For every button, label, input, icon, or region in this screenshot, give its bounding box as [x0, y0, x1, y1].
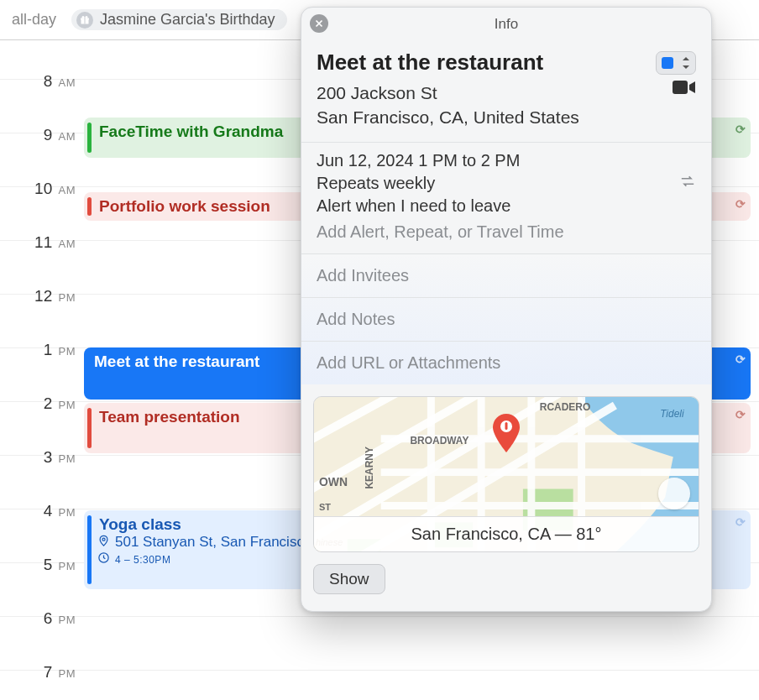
close-button[interactable]	[310, 14, 328, 33]
event-time: 4 – 5:30PM	[115, 551, 170, 567]
svg-point-4	[86, 16, 88, 18]
svg-text:ST: ST	[319, 502, 331, 512]
svg-text:BROADWAY: BROADWAY	[410, 435, 468, 447]
repeat-icon: ⟳	[735, 515, 746, 529]
hour-label: 2 PM	[0, 394, 76, 413]
location-map[interactable]: BROADWAY KEARNY OWN ST RCADERO Tideli hi…	[313, 396, 699, 552]
calendar-color-select[interactable]	[656, 51, 696, 75]
address-line2: San Francisco, CA, United States	[317, 105, 696, 129]
hour-label: 9 AM	[0, 126, 76, 144]
hour-label: 10 AM	[0, 180, 76, 198]
svg-rect-7	[673, 81, 688, 94]
location-icon	[97, 535, 110, 550]
event-location: 501 Stanyan St, San Francisco	[115, 534, 311, 551]
hour-label: 5 PM	[0, 556, 76, 574]
add-url-field[interactable]: Add URL or Attachments	[301, 342, 711, 384]
show-button[interactable]: Show	[313, 564, 385, 594]
add-notes-field[interactable]: Add Notes	[301, 298, 711, 342]
address-line1: 200 Jackson St	[317, 81, 696, 105]
hour-label: 11 AM	[0, 233, 76, 252]
svg-text:OWN: OWN	[319, 474, 348, 488]
hour-label: 7 PM	[0, 663, 76, 682]
repeat-icon: ⟳	[735, 353, 746, 366]
hour-label: 8 AM	[0, 72, 76, 91]
birthday-chip-label: Jasmine Garcia's Birthday	[100, 11, 275, 29]
svg-point-3	[82, 16, 85, 18]
map-pin-icon	[491, 414, 521, 456]
svg-point-5	[102, 538, 105, 541]
svg-rect-2	[85, 18, 86, 24]
svg-text:KEARNY: KEARNY	[364, 447, 375, 488]
repeat-field[interactable]: Repeats weekly	[317, 174, 696, 193]
popover-title: Info	[495, 16, 518, 33]
repeat-icon: ⟳	[735, 123, 746, 136]
repeat-icon: ⟳	[735, 197, 746, 211]
close-icon	[314, 18, 324, 29]
repeat-icon: ⟳	[735, 408, 746, 421]
add-alert-link[interactable]: Add Alert, Repeat, or Travel Time	[317, 219, 696, 242]
video-call-icon[interactable]	[673, 79, 696, 101]
placeholders-group: Add Invitees Add Notes Add URL or Attach…	[301, 254, 711, 384]
alert-field[interactable]: Alert when I need to leave	[317, 196, 696, 216]
color-swatch	[662, 57, 673, 69]
clock-icon	[97, 551, 110, 567]
chevron-updown-icon	[682, 57, 690, 69]
hour-label: 4 PM	[0, 502, 76, 520]
svg-text:Tideli: Tideli	[660, 408, 684, 420]
birthday-chip[interactable]: Jasmine Garcia's Birthday	[71, 9, 287, 30]
location-field[interactable]: 200 Jackson St San Francisco, CA, United…	[317, 81, 696, 130]
hour-label: 6 PM	[0, 609, 76, 628]
hour-label: 12 PM	[0, 287, 76, 306]
hour-label: 3 PM	[0, 448, 76, 467]
svg-text:RCADERO: RCADERO	[540, 401, 590, 413]
date-time-field[interactable]: Jun 12, 2024 1 PM to 2 PM	[317, 151, 696, 170]
add-invitees-field[interactable]: Add Invitees	[301, 254, 711, 298]
svg-rect-31	[505, 422, 508, 430]
timing-section: Jun 12, 2024 1 PM to 2 PM Repeats weekly…	[301, 143, 711, 254]
gift-icon	[76, 12, 93, 29]
map-compass-icon	[658, 478, 690, 509]
calendar-day-view: all-day Jasmine Garcia's Birthday 8 AM 9…	[0, 0, 759, 700]
map-caption: San Francisco, CA — 81°	[314, 516, 699, 551]
event-info-popover: Info Meet at the restaurant 200 Jackson …	[301, 7, 712, 612]
popover-header: Info	[301, 8, 711, 41]
all-day-label: all-day	[12, 11, 56, 29]
hour-label: 1 PM	[0, 341, 76, 359]
repeat-icon	[679, 175, 696, 192]
event-title-input[interactable]: Meet at the restaurant	[317, 50, 543, 76]
title-section: Meet at the restaurant 200 Jackson St Sa…	[301, 41, 711, 143]
